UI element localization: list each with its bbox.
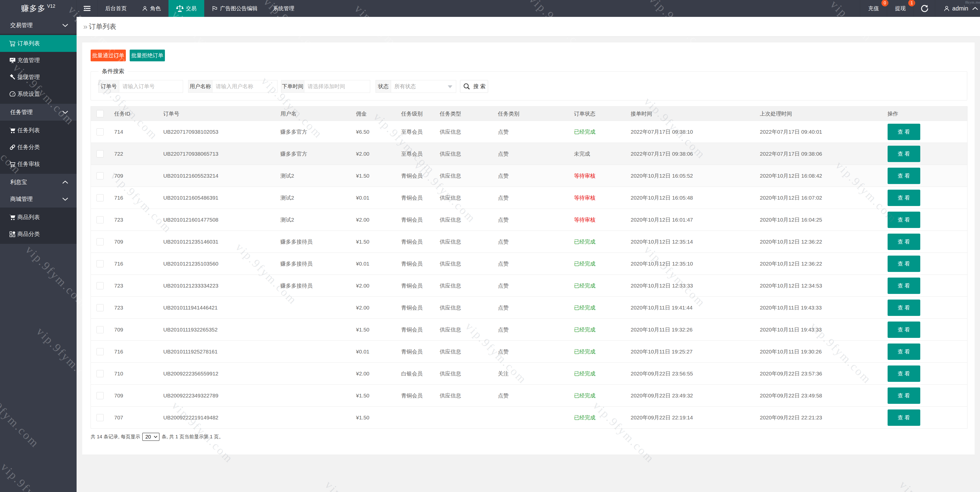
row-checkbox[interactable] <box>97 414 103 421</box>
status-text: 已经完成 <box>574 305 595 310</box>
cell-fee: ¥0.01 <box>352 253 398 275</box>
cell-task-id: 722 <box>111 143 159 165</box>
sidebar-item-任务分类[interactable]: 任务分类 <box>0 139 76 156</box>
shortcut-label: 充值 <box>868 5 879 12</box>
cell-task-type: 供应信息 <box>436 319 494 341</box>
topnav-item-trade[interactable]: 交易 <box>169 0 204 17</box>
view-button[interactable]: 查 看 <box>888 278 920 294</box>
view-button[interactable]: 查 看 <box>888 409 920 426</box>
table-row: 723UB2010121233334223赚多多接待员¥2.00青铜会员供应信息… <box>91 275 967 297</box>
search-field-inputbox <box>304 80 370 93</box>
search-field-用户名称: 用户名称 <box>188 80 277 93</box>
cell-task-id: 716 <box>111 253 159 275</box>
chevron-down-icon <box>448 85 452 88</box>
row-checkbox[interactable] <box>97 172 103 179</box>
sidebar-group-任务管理[interactable]: 任务管理 <box>0 104 76 121</box>
breadcrumb-arrows-icon: » <box>83 23 87 30</box>
collapse-menu-button[interactable] <box>76 0 97 17</box>
sidebar-item-商品列表[interactable]: 商品列表 <box>0 209 76 226</box>
cell-task-type: 供应信息 <box>436 187 494 209</box>
row-checkbox[interactable] <box>97 260 103 267</box>
sidebar-item-提现管理[interactable]: 提现管理 <box>0 69 76 86</box>
cell-accepted-time: 2020年10月11日 19:41:44 <box>627 297 756 319</box>
sidebar-item-任务列表[interactable]: 任务列表 <box>0 122 76 139</box>
topnav-item-system[interactable]: 系统管理 <box>265 0 302 17</box>
sidebar-item-订单列表[interactable]: 订单列表 <box>0 35 76 52</box>
row-checkbox[interactable] <box>97 348 103 355</box>
view-button[interactable]: 查 看 <box>888 190 920 206</box>
view-button[interactable]: 查 看 <box>888 212 920 228</box>
cell-task-level <box>398 407 436 429</box>
page-size-select[interactable]: 20 <box>142 433 159 441</box>
cell-user-name: 测试2 <box>277 187 352 209</box>
shortcut-withdraw[interactable]: 提现1 <box>887 0 914 17</box>
status-text: 等待审核 <box>574 217 595 223</box>
topnav-item-label: 系统管理 <box>273 5 294 12</box>
select-arrow-icon <box>154 436 158 438</box>
content-panel: 批量通过订单 批量拒绝订单 条件搜索 订单号用户名称下单时间 状态 所有状态 <box>82 42 975 454</box>
cell-task-category: 点赞 <box>494 121 570 143</box>
sidebar-group-利息宝[interactable]: 利息宝 <box>0 174 76 191</box>
cell-order-status: 已经完成 <box>570 407 627 429</box>
row-checkbox-cell <box>91 363 111 385</box>
row-checkbox-cell <box>91 165 111 187</box>
refresh-button[interactable] <box>914 0 935 17</box>
select-all-checkbox[interactable] <box>97 110 103 117</box>
cell-processed-time: 2020年10月12日 16:07:02 <box>756 187 884 209</box>
topnav-item-banner-notice[interactable]: 广告图公告编辑 <box>204 0 265 17</box>
search-button[interactable]: 搜 索 <box>460 80 488 93</box>
row-checkbox[interactable] <box>97 326 103 333</box>
view-button[interactable]: 查 看 <box>888 321 920 338</box>
chevron-up-icon <box>972 6 978 10</box>
view-button[interactable]: 查 看 <box>888 387 920 404</box>
row-checkbox[interactable] <box>97 392 103 399</box>
cell-order-status: 已经完成 <box>570 319 627 341</box>
row-checkbox-cell <box>91 209 111 231</box>
row-checkbox[interactable] <box>97 304 103 311</box>
sidebar-item-商品分类[interactable]: 商品分类 <box>0 226 76 243</box>
search-input-用户名称[interactable] <box>216 83 274 89</box>
sidebar-item-系统设置[interactable]: 系统设置 <box>0 86 76 102</box>
shortcut-recharge[interactable]: 充值0 <box>860 0 887 17</box>
topnav-item-roles[interactable]: 角色 <box>134 0 169 17</box>
cell-task-level: 青铜会员 <box>398 319 436 341</box>
sidebar-group-label: 利息宝 <box>10 178 27 186</box>
cell-task-id: 716 <box>111 341 159 363</box>
row-checkbox[interactable] <box>97 238 103 245</box>
topnav-item-home[interactable]: 后台首页 <box>97 0 134 17</box>
sidebar-item-充值管理[interactable]: 充值管理 <box>0 52 76 69</box>
row-checkbox-cell <box>91 253 111 275</box>
bulk-reject-button[interactable]: 批量拒绝订单 <box>130 50 165 61</box>
status-select[interactable]: 所有状态 <box>391 80 456 93</box>
view-button[interactable]: 查 看 <box>888 146 920 162</box>
view-button[interactable]: 查 看 <box>888 300 920 316</box>
view-button[interactable]: 查 看 <box>888 343 920 360</box>
row-checkbox-cell <box>91 275 111 297</box>
chevron-down-icon <box>62 197 68 201</box>
row-checkbox[interactable] <box>97 282 103 289</box>
sidebar-item-任务审核[interactable]: 任务审核 <box>0 156 76 173</box>
corner-watermark: 8kym.me <box>965 0 980 5</box>
row-checkbox[interactable] <box>97 128 103 136</box>
column-header-任务级别: 任务级别 <box>398 107 436 121</box>
search-input-下单时间[interactable] <box>308 83 367 89</box>
view-button[interactable]: 查 看 <box>888 233 920 250</box>
bulk-approve-button[interactable]: 批量通过订单 <box>91 50 126 61</box>
cell-task-category: 点赞 <box>494 143 570 165</box>
row-checkbox[interactable] <box>97 370 103 377</box>
row-checkbox[interactable] <box>97 150 103 157</box>
row-checkbox[interactable] <box>97 194 103 201</box>
view-button[interactable]: 查 看 <box>888 168 920 184</box>
cell-fee: ¥1.50 <box>352 165 398 187</box>
cell-processed-time: 2020年10月12日 12:36:22 <box>756 253 884 275</box>
cell-order-no: UB2010121235103560 <box>159 253 277 275</box>
cell-processed-time: 2022年07月17日 09:38:06 <box>756 143 884 165</box>
sidebar-group-交易管理[interactable]: 交易管理 <box>0 17 76 34</box>
sidebar-group-商城管理[interactable]: 商城管理 <box>0 191 76 208</box>
row-checkbox[interactable] <box>97 216 103 224</box>
cell-action: 查 看 <box>884 341 967 363</box>
view-button[interactable]: 查 看 <box>888 256 920 272</box>
search-input-订单号[interactable] <box>123 83 180 89</box>
view-button[interactable]: 查 看 <box>888 366 920 382</box>
view-button[interactable]: 查 看 <box>888 124 920 140</box>
